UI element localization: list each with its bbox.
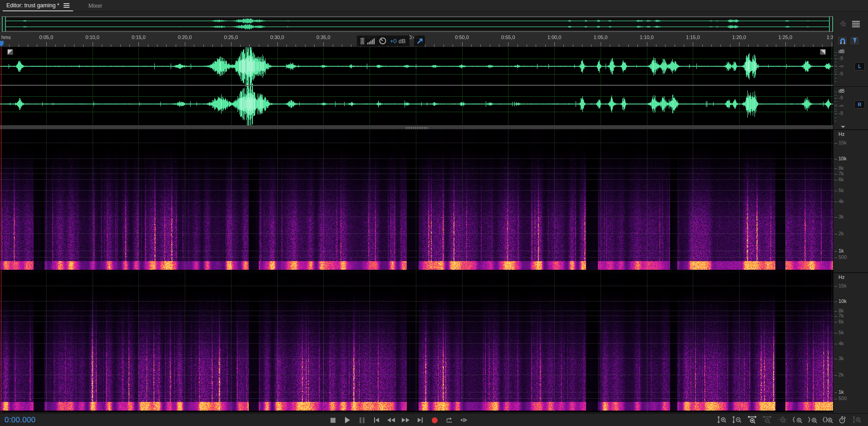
mix-arrow-button[interactable] xyxy=(414,35,425,46)
fast-forward-button[interactable] xyxy=(400,415,411,425)
collapse-arrow-icon[interactable] xyxy=(841,126,845,128)
playhead-line[interactable] xyxy=(1,47,1,412)
mix-arrow-icon xyxy=(415,37,424,45)
gain-value[interactable]: +0dB xyxy=(390,38,406,45)
scale-minor-tick xyxy=(834,65,837,65)
rewind-button[interactable] xyxy=(386,415,396,425)
splitter-grip-icon xyxy=(405,127,428,129)
scale-tick-label: -9 xyxy=(838,110,843,116)
overview-strip xyxy=(0,12,868,32)
scale-tick-label: 4k xyxy=(838,198,844,204)
skip-to-end-icon xyxy=(418,417,423,423)
zoom-controls xyxy=(717,415,863,425)
pause-icon xyxy=(360,417,365,423)
overview-left-handle[interactable] xyxy=(2,17,6,31)
skip-selection-button[interactable] xyxy=(459,415,469,425)
overview-menu-icon[interactable] xyxy=(852,21,860,27)
zoom-duration-button[interactable] xyxy=(837,415,848,425)
stop-icon xyxy=(330,418,335,423)
skip-selection-icon xyxy=(460,418,467,422)
zoom-to-selection-button[interactable] xyxy=(822,415,833,425)
scale-minor-tick xyxy=(834,109,837,109)
tab-mixer[interactable]: Mixer xyxy=(85,0,106,11)
bottom-toolbar: 0:00.000 xyxy=(0,413,868,426)
pause-button[interactable] xyxy=(357,415,367,425)
zoom-in-left-edge-icon xyxy=(792,416,803,425)
scale-minor-tick xyxy=(834,81,837,82)
fast-forward-icon xyxy=(402,418,409,422)
record-icon xyxy=(432,417,438,423)
scale-tick-label: 7k xyxy=(838,313,844,318)
zoom-out-full-icon xyxy=(777,416,788,425)
panel-tab-bar: Editor: trust gaming * Mixer xyxy=(0,0,868,12)
loop-playback-button[interactable] xyxy=(444,415,454,425)
fade-in-handle[interactable] xyxy=(7,49,13,55)
zoom-out-vertical-icon xyxy=(732,416,743,425)
zoom-in-horizontal-icon xyxy=(747,416,758,425)
scale-tick-label: 2k xyxy=(838,372,844,377)
pin-marker-icon xyxy=(851,37,859,45)
zoom-in-horizontal-button[interactable] xyxy=(747,415,759,425)
zoom-out-horizontal-icon xyxy=(762,416,773,425)
zoom-amplitude-icon xyxy=(852,416,863,425)
drag-grip-icon[interactable] xyxy=(360,38,364,45)
playhead-marker[interactable] xyxy=(0,41,4,47)
pin-marker-button[interactable] xyxy=(849,36,860,45)
snap-magnet-icon xyxy=(838,37,847,45)
zoom-amplitude-button[interactable] xyxy=(852,415,863,425)
zoom-out-full-button[interactable] xyxy=(777,415,789,425)
zoom-out-vertical-button[interactable] xyxy=(732,415,744,425)
snap-toggle-button[interactable] xyxy=(837,36,848,45)
channel-button-r[interactable]: R xyxy=(854,100,865,109)
amplitude-scale-right: dB-9-∞-9R xyxy=(833,86,868,125)
scale-minor-tick xyxy=(834,72,837,72)
selection-time-display[interactable]: 0:00.000 xyxy=(5,416,36,425)
scale-tick-label: -9 xyxy=(838,55,843,61)
scale-tick-label: 10k xyxy=(838,156,847,161)
zoom-in-vertical-button[interactable] xyxy=(717,415,729,425)
fade-out-handle[interactable] xyxy=(820,49,826,55)
scale-title: dB xyxy=(838,49,844,54)
zoom-out-horizontal-button[interactable] xyxy=(762,415,774,425)
spectral-display-left[interactable] xyxy=(0,129,833,272)
spectral-display-right[interactable] xyxy=(0,272,833,412)
scale-minor-tick xyxy=(834,121,837,121)
overview-waveform xyxy=(6,17,829,31)
channel-button-l[interactable]: L xyxy=(854,62,865,70)
play-icon xyxy=(345,417,350,423)
skip-to-start-button[interactable] xyxy=(371,415,382,425)
waveform-display[interactable] xyxy=(0,47,833,125)
scale-tick-label: 4k xyxy=(838,341,844,346)
amplitude-scale-left: dB-9-∞-9L xyxy=(833,47,868,86)
gain-db-value: +0 xyxy=(390,38,397,45)
scale-minor-tick xyxy=(834,52,837,53)
record-button[interactable] xyxy=(429,415,440,425)
tab-editor[interactable]: Editor: trust gaming * xyxy=(3,0,73,11)
view-splitter[interactable] xyxy=(0,125,833,129)
scale-tick-label: 8k xyxy=(838,165,844,171)
scale-minor-tick xyxy=(834,55,837,56)
zoom-in-left-edge-button[interactable] xyxy=(792,415,804,425)
level-meter-icon xyxy=(367,38,375,45)
scale-minor-tick xyxy=(834,62,837,62)
panel-menu-icon[interactable] xyxy=(64,3,69,8)
overview-view-box[interactable] xyxy=(2,16,833,32)
frequency-scale-right: Hz15k10k8k7k6k5k4k3k2k1k500 xyxy=(833,272,868,412)
zoom-in-right-edge-button[interactable] xyxy=(807,415,819,425)
stop-button[interactable] xyxy=(328,415,338,425)
scale-tick-label: 3k xyxy=(838,214,844,219)
zoom-out-full-icon[interactable] xyxy=(839,20,848,28)
loop-playback-icon xyxy=(447,417,452,422)
scale-minor-tick xyxy=(834,92,837,92)
skip-to-start-icon xyxy=(374,417,380,423)
play-button[interactable] xyxy=(342,415,353,425)
scale-tick-label: 15k xyxy=(838,140,847,145)
scale-minor-tick xyxy=(834,69,837,70)
transport-controls xyxy=(328,415,469,425)
skip-to-end-button[interactable] xyxy=(415,415,425,425)
volume-hud: +0dB xyxy=(357,35,409,46)
scale-tick-label: 2k xyxy=(838,231,844,236)
gain-knob-icon[interactable] xyxy=(379,37,387,45)
scale-minor-tick xyxy=(834,78,837,79)
overview-right-handle[interactable] xyxy=(829,17,833,31)
